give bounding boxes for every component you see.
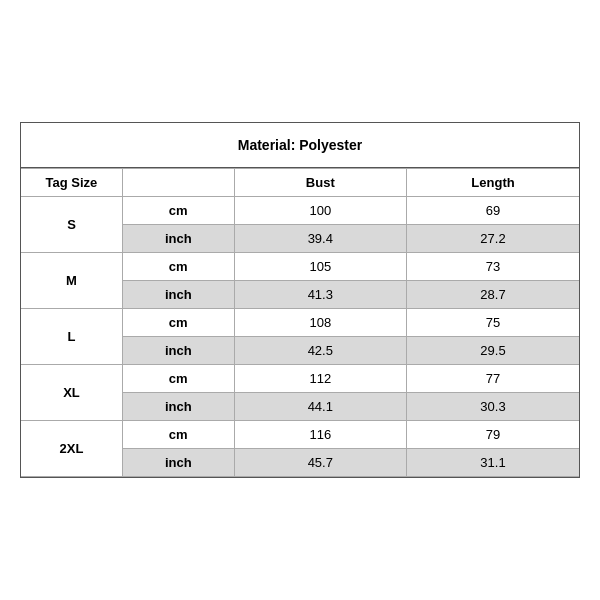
unit-cm: cm	[122, 421, 234, 449]
length-cm: 77	[407, 365, 579, 393]
tag-size-cell: XL	[21, 365, 122, 421]
unit-inch: inch	[122, 393, 234, 421]
length-inch: 29.5	[407, 337, 579, 365]
tag-size-cell: S	[21, 197, 122, 253]
length-inch: 30.3	[407, 393, 579, 421]
bust-cm: 116	[234, 421, 406, 449]
unit-cm: cm	[122, 309, 234, 337]
bust-inch: 44.1	[234, 393, 406, 421]
bust-inch: 41.3	[234, 281, 406, 309]
length-cm: 75	[407, 309, 579, 337]
header-bust: Bust	[234, 169, 406, 197]
unit-inch: inch	[122, 225, 234, 253]
bust-cm: 100	[234, 197, 406, 225]
unit-cm: cm	[122, 365, 234, 393]
unit-inch: inch	[122, 281, 234, 309]
bust-inch: 39.4	[234, 225, 406, 253]
header-unit	[122, 169, 234, 197]
bust-cm: 112	[234, 365, 406, 393]
unit-cm: cm	[122, 253, 234, 281]
table-row: XLcm11277	[21, 365, 579, 393]
length-inch: 28.7	[407, 281, 579, 309]
unit-inch: inch	[122, 337, 234, 365]
bust-cm: 105	[234, 253, 406, 281]
table-header-row: Tag Size Bust Length	[21, 169, 579, 197]
bust-inch: 45.7	[234, 449, 406, 477]
chart-title: Material: Polyester	[21, 123, 579, 168]
size-table: Tag Size Bust Length Scm10069inch39.427.…	[21, 168, 579, 477]
table-row: Mcm10573	[21, 253, 579, 281]
table-row: Lcm10875	[21, 309, 579, 337]
bust-inch: 42.5	[234, 337, 406, 365]
length-cm: 79	[407, 421, 579, 449]
length-cm: 69	[407, 197, 579, 225]
tag-size-cell: 2XL	[21, 421, 122, 477]
tag-size-cell: L	[21, 309, 122, 365]
table-row: 2XLcm11679	[21, 421, 579, 449]
size-chart-container: Material: Polyester Tag Size Bust Length…	[20, 122, 580, 478]
length-inch: 27.2	[407, 225, 579, 253]
unit-cm: cm	[122, 197, 234, 225]
length-inch: 31.1	[407, 449, 579, 477]
length-cm: 73	[407, 253, 579, 281]
header-tag-size: Tag Size	[21, 169, 122, 197]
table-row: Scm10069	[21, 197, 579, 225]
bust-cm: 108	[234, 309, 406, 337]
tag-size-cell: M	[21, 253, 122, 309]
unit-inch: inch	[122, 449, 234, 477]
header-length: Length	[407, 169, 579, 197]
